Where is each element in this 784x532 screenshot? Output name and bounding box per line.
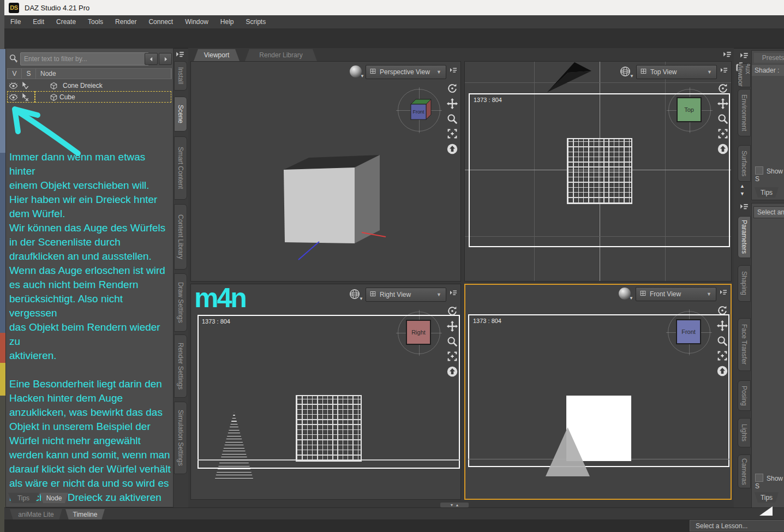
- viewcube-face[interactable]: Right: [406, 320, 431, 345]
- viewcube-face[interactable]: Front: [676, 319, 701, 344]
- zoom-camera-icon[interactable]: [446, 113, 458, 127]
- reset-camera-icon[interactable]: [716, 365, 728, 379]
- dock-tab-content-library[interactable]: Content Library: [174, 204, 187, 270]
- view-selector-dropdown[interactable]: Right View▼: [366, 288, 446, 302]
- dock-tab-environment[interactable]: Environment: [738, 89, 751, 136]
- dock-tab-parameters[interactable]: Parameters: [738, 216, 751, 258]
- reset-camera-icon[interactable]: [717, 143, 729, 157]
- viewport-top[interactable]: 1373 : 804 Top ▼ Top View▼: [464, 61, 732, 282]
- menu-tools[interactable]: Tools: [82, 15, 109, 28]
- view-selector-dropdown[interactable]: Perspective View▼: [366, 65, 446, 79]
- dock-tab-posing[interactable]: Posing: [738, 380, 751, 411]
- presets-tab[interactable]: Presets: [754, 53, 784, 63]
- pointer-check-icon[interactable]: [19, 81, 31, 90]
- zoom-camera-icon[interactable]: [717, 113, 729, 127]
- orbit-camera-icon[interactable]: [446, 82, 458, 97]
- eye-icon[interactable]: [7, 81, 19, 91]
- tab-animate-lite[interactable]: aniMate Lite: [10, 509, 62, 520]
- zoom-camera-icon[interactable]: [446, 336, 458, 350]
- column-node[interactable]: Node: [36, 69, 171, 79]
- daz-studio-window: DS DAZ Studio 4.21 Pro File Edit Create …: [0, 0, 784, 532]
- frame-camera-icon[interactable]: [446, 128, 458, 142]
- dock-tab-scene[interactable]: Scene: [174, 97, 187, 131]
- filter-next-button[interactable]: [159, 53, 172, 65]
- view-selector-dropdown[interactable]: Top View▼: [636, 65, 717, 79]
- menu-help[interactable]: Help: [214, 15, 240, 28]
- show-checkbox-row[interactable]: Show S: [755, 474, 784, 490]
- pan-camera-icon[interactable]: [446, 320, 458, 334]
- viewport-options-icon[interactable]: [719, 288, 728, 299]
- right-dock-pane-menu-icon[interactable]: [739, 51, 750, 63]
- viewport-right[interactable]: m4n 1373 : 804 Right ▼ Right View▼: [190, 284, 461, 500]
- checkbox-icon[interactable]: [755, 166, 763, 175]
- filter-prev-button[interactable]: [145, 53, 158, 65]
- scene-tab-tips[interactable]: Tips: [8, 493, 39, 503]
- select-item-dropdown[interactable]: Select an Item: [753, 206, 784, 218]
- dock-tab-cameras[interactable]: Cameras: [738, 455, 751, 488]
- dock-scroll-down-icon[interactable]: ▼: [740, 191, 745, 196]
- left-dock-pane-menu-icon[interactable]: [175, 50, 185, 62]
- parameters-tips-tab[interactable]: Tips: [755, 492, 779, 503]
- select-lesson-button[interactable]: Select a Lesson...: [690, 520, 784, 531]
- tab-render-library[interactable]: Render Library: [245, 49, 317, 61]
- menu-file[interactable]: File: [4, 15, 27, 28]
- menu-window[interactable]: Window: [179, 15, 214, 28]
- view-selector-dropdown[interactable]: Front View▼: [636, 287, 716, 301]
- scene-node-row[interactable]: Cone Dreieck: [7, 80, 172, 91]
- dock-tab-surfaces[interactable]: Surfaces: [738, 145, 751, 182]
- dock-tab-draw-settings[interactable]: Draw Settings: [174, 273, 187, 332]
- frame-camera-icon[interactable]: [716, 350, 728, 364]
- orbit-camera-icon[interactable]: [716, 304, 728, 319]
- scene-filter-input[interactable]: [20, 52, 149, 65]
- window-icon: [640, 68, 647, 76]
- column-visibility[interactable]: V: [8, 69, 22, 79]
- menu-render[interactable]: Render: [109, 15, 142, 28]
- reset-camera-icon[interactable]: [446, 366, 458, 380]
- menu-scripts[interactable]: Scripts: [240, 15, 272, 28]
- viewport-options-icon[interactable]: [448, 66, 458, 77]
- viewport-front-active[interactable]: 1373 : 804 Front ▼ Front View▼: [464, 284, 732, 500]
- frame-camera-icon[interactable]: [717, 128, 729, 142]
- viewport-perspective[interactable]: Front ▼ Perspective View▼: [190, 61, 461, 282]
- node-cube-icon: [47, 82, 59, 90]
- filter-search-icon[interactable]: ▾: [9, 53, 18, 65]
- tab-viewport[interactable]: Viewport: [194, 49, 240, 61]
- dock-tab-face-transfer[interactable]: Face Transfer: [738, 318, 751, 371]
- orbit-camera-icon[interactable]: [717, 82, 729, 97]
- pan-camera-icon[interactable]: [716, 320, 728, 334]
- frame-camera-icon[interactable]: [446, 350, 458, 364]
- menu-edit[interactable]: Edit: [27, 15, 50, 28]
- show-checkbox-row[interactable]: Show S: [755, 166, 784, 183]
- pan-camera-icon[interactable]: [446, 98, 458, 112]
- dock-tab-lights[interactable]: Lights: [738, 418, 751, 447]
- viewport-collapse-handle[interactable]: ▼▲: [440, 503, 469, 507]
- dock-tab-simulation-settings[interactable]: Simulation Settings: [174, 402, 187, 474]
- tab-timeline[interactable]: Timeline: [65, 509, 105, 520]
- viewport-options-icon[interactable]: [719, 66, 729, 77]
- dock-tab-install[interactable]: Install: [174, 61, 187, 91]
- right-dock-pane-menu-icon[interactable]: [739, 202, 750, 214]
- scene-node-row-selected[interactable]: Cube: [7, 92, 172, 103]
- presets-tips-tab[interactable]: Tips: [755, 187, 779, 198]
- resize-grip-icon[interactable]: [759, 506, 773, 516]
- viewport-pane-menu-icon[interactable]: [722, 50, 733, 62]
- viewcube-face[interactable]: Top: [677, 97, 702, 122]
- dock-tab-smart-content[interactable]: Smart Content: [174, 136, 187, 200]
- viewcube-mini-cube[interactable]: Front: [401, 92, 436, 127]
- checkbox-icon[interactable]: [755, 474, 763, 482]
- orbit-camera-icon[interactable]: [446, 305, 458, 319]
- menu-create[interactable]: Create: [50, 15, 82, 28]
- pan-camera-icon[interactable]: [717, 98, 729, 112]
- menu-connect[interactable]: Connect: [142, 15, 179, 28]
- cube-wireframe-side: [296, 395, 362, 462]
- dock-tab-shaping[interactable]: Shaping: [738, 265, 751, 302]
- dock-scroll-up-icon[interactable]: ▲: [740, 183, 745, 189]
- viewport-options-icon[interactable]: [448, 289, 458, 300]
- scene-tab-node[interactable]: Node: [40, 493, 68, 503]
- node-label[interactable]: Cone Dreieck: [63, 82, 103, 89]
- dock-tab-aux-viewport[interactable]: Aux Viewport: [738, 63, 751, 87]
- dock-tab-render-settings[interactable]: Render Settings: [174, 334, 187, 398]
- zoom-camera-icon[interactable]: [716, 335, 728, 349]
- reset-camera-icon[interactable]: [446, 143, 458, 157]
- column-selectability[interactable]: S: [22, 69, 36, 79]
